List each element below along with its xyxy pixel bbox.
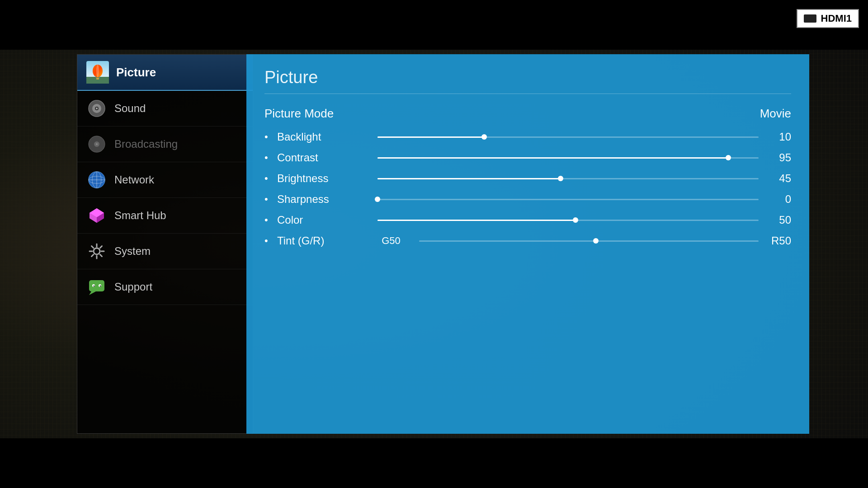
svg-line-32: [92, 254, 94, 256]
slider-contrast[interactable]: [377, 156, 759, 159]
svg-point-37: [94, 286, 95, 287]
slider-fill-contrast: [377, 157, 728, 159]
slider-tint[interactable]: [419, 239, 759, 242]
slider-color[interactable]: [377, 219, 759, 221]
menu-item-picture[interactable]: Picture: [77, 55, 253, 91]
slider-thumb-contrast: [726, 155, 731, 160]
svg-point-13: [96, 143, 98, 145]
bullet-tint: •: [264, 235, 272, 247]
slider-track-sharpness: [377, 199, 759, 200]
menu-smarthub-label: Smart Hub: [114, 209, 166, 222]
setting-value-contrast: 95: [769, 151, 791, 164]
slider-thumb-backlight: [481, 134, 487, 140]
picture-panel: Picture Picture Mode Movie • Backlight 1…: [246, 54, 809, 434]
picture-mode-row[interactable]: Picture Mode Movie: [264, 107, 791, 121]
menu-item-system[interactable]: System: [77, 234, 253, 269]
setting-row-tint: • Tint (G/R) G50 R50: [264, 235, 791, 247]
tint-right-label: R50: [769, 235, 791, 247]
smarthub-icon: [86, 205, 107, 226]
setting-value-sharpness: 0: [769, 193, 791, 206]
svg-line-29: [92, 246, 94, 248]
menu-item-smarthub[interactable]: Smart Hub: [77, 198, 253, 234]
setting-name-color: Color: [277, 214, 368, 226]
setting-row-backlight: • Backlight 10: [264, 131, 791, 143]
panel-title: Picture: [264, 68, 791, 94]
hdmi-badge: HDMI1: [797, 9, 859, 28]
slider-thumb-color: [573, 217, 578, 223]
svg-line-31: [100, 246, 102, 248]
setting-value-backlight: 10: [769, 131, 791, 143]
setting-name-backlight: Backlight: [277, 131, 368, 143]
bullet-brightness: •: [264, 173, 272, 184]
sound-icon: [86, 98, 107, 119]
slider-thumb-brightness: [558, 176, 563, 181]
slider-sharpness[interactable]: [377, 198, 759, 201]
support-icon: [86, 277, 107, 297]
picture-mode-label: Picture Mode: [264, 107, 334, 121]
menu-sound-label: Sound: [114, 102, 146, 115]
setting-name-sharpness: Sharpness: [277, 193, 368, 206]
setting-name-contrast: Contrast: [277, 151, 368, 164]
menu-system-label: System: [114, 245, 151, 258]
main-menu: Picture Sound B: [77, 54, 253, 434]
hdmi-icon: [804, 14, 816, 23]
bullet-sharpness: •: [264, 193, 272, 205]
setting-row-sharpness: • Sharpness 0: [264, 193, 791, 206]
menu-network-label: Network: [114, 174, 154, 186]
bullet-contrast: •: [264, 152, 272, 164]
setting-row-brightness: • Brightness 45: [264, 172, 791, 185]
hdmi-label: HDMI1: [821, 13, 852, 24]
tv-screen: HDMI1: [0, 0, 868, 488]
broadcasting-icon: [86, 134, 107, 155]
slider-fill-color: [377, 220, 576, 221]
menu-broadcasting-label: Broadcasting: [114, 138, 178, 150]
slider-brightness[interactable]: [377, 177, 759, 180]
setting-name-tint: Tint (G/R): [277, 235, 368, 247]
slider-thumb-tint: [593, 238, 599, 244]
network-icon: [86, 169, 107, 190]
svg-rect-33: [89, 280, 104, 291]
slider-backlight[interactable]: [377, 136, 759, 138]
gear-icon: [86, 241, 107, 262]
svg-point-10: [96, 108, 98, 109]
menu-support-label: Support: [114, 281, 152, 293]
black-bar-top: [0, 0, 868, 50]
svg-marker-34: [89, 291, 96, 295]
slider-track-tint: [419, 240, 759, 242]
slider-fill-brightness: [377, 178, 561, 179]
svg-rect-5: [96, 78, 99, 80]
setting-value-color: 50: [769, 214, 791, 226]
menu-item-broadcasting[interactable]: Broadcasting: [77, 127, 253, 162]
setting-row-contrast: • Contrast 95: [264, 151, 791, 164]
setting-row-color: • Color 50: [264, 214, 791, 226]
svg-point-38: [100, 286, 101, 287]
svg-point-6: [96, 65, 99, 77]
slider-fill-backlight: [377, 136, 484, 138]
setting-value-brightness: 45: [769, 172, 791, 185]
menu-picture-label: Picture: [116, 66, 156, 80]
svg-line-30: [100, 254, 102, 256]
tint-left-label: G50: [373, 235, 409, 247]
picture-mode-value: Movie: [760, 107, 791, 121]
bullet-color: •: [264, 214, 272, 226]
menu-item-support[interactable]: Support: [77, 269, 253, 305]
menu-item-sound[interactable]: Sound: [77, 91, 253, 127]
menu-item-network[interactable]: Network: [77, 162, 253, 198]
slider-thumb-sharpness: [375, 197, 380, 202]
black-bar-bottom: [0, 438, 868, 488]
bullet-backlight: •: [264, 131, 272, 143]
setting-name-brightness: Brightness: [277, 172, 368, 185]
picture-icon: [86, 61, 109, 84]
svg-point-24: [94, 248, 100, 254]
